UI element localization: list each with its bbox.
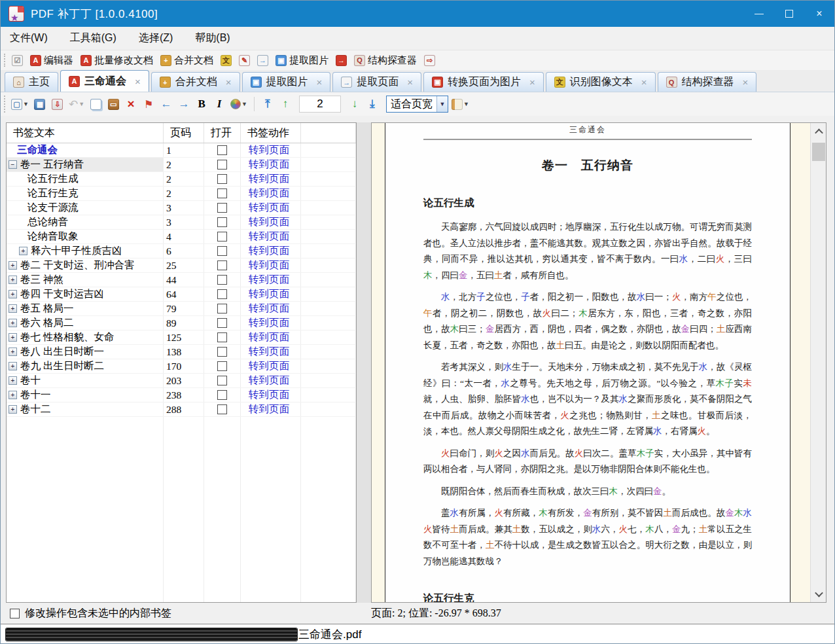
expand-icon[interactable]: + (9, 261, 17, 270)
bookmark-row[interactable]: 三命通会1转到页面 (7, 143, 356, 158)
expand-icon[interactable]: + (9, 348, 17, 356)
goto-page-link[interactable]: 转到页面 (249, 287, 289, 301)
bookmark-row[interactable]: +卷四 干支时运吉凶64转到页面 (7, 287, 356, 302)
toolbar-button-批量修改文档[interactable]: A批量修改文档 (79, 53, 155, 68)
bookmark-row[interactable]: +卷五 格局一79转到页面 (7, 302, 356, 316)
forward-button[interactable]: → (176, 96, 192, 113)
bookmark-row[interactable]: +释六十甲子性质吉凶6转到页面 (7, 244, 356, 259)
bookmark-title[interactable]: 卷四 干支时运吉凶 (20, 287, 104, 301)
expand-icon[interactable]: + (9, 304, 17, 313)
toolbar-button-ocr[interactable]: 文 (219, 54, 234, 67)
bookmark-open-checkbox[interactable] (217, 318, 227, 328)
bookmark-title[interactable]: 总论纳音 (27, 215, 68, 229)
scrollbar-thumb[interactable] (812, 143, 825, 161)
undo-button[interactable]: ↶▼ (67, 96, 86, 113)
maximize-button[interactable] (774, 1, 804, 27)
bookmark-row[interactable]: +卷二 干支时运、刑冲合害25转到页面 (7, 259, 356, 273)
pane-splitter[interactable] (357, 122, 371, 603)
toolbar-button-select-options[interactable]: ☑ (10, 54, 25, 67)
bookmark-row[interactable]: +卷六 格局二89转到页面 (7, 316, 356, 331)
toolbar-button-doc-sign[interactable]: ✎ (237, 54, 252, 67)
page-number-input[interactable] (299, 96, 341, 113)
goto-page-link[interactable]: 转到页面 (249, 273, 289, 287)
bookmark-open-checkbox[interactable] (217, 332, 227, 342)
vertical-scrollbar[interactable] (810, 123, 826, 602)
bookmark-open-checkbox[interactable] (217, 232, 227, 241)
goto-page-link[interactable]: 转到页面 (249, 187, 289, 200)
toolbar-button-编辑器[interactable]: A编辑器 (28, 53, 75, 68)
bookmark-title[interactable]: 卷六 格局二 (20, 316, 73, 330)
bookmark-row[interactable]: 总论纳音3转到页面 (7, 215, 356, 230)
goto-page-link[interactable]: 转到页面 (249, 388, 289, 402)
expand-icon[interactable]: + (9, 405, 17, 414)
expand-icon[interactable]: + (9, 333, 17, 342)
insert-bookmark-button[interactable]: ⚑ (141, 96, 156, 113)
last-page-button[interactable]: ⤓ (364, 96, 380, 113)
bookmark-title[interactable]: 卷三 神煞 (20, 273, 63, 287)
goto-page-link[interactable]: 转到页面 (249, 172, 289, 186)
bookmark-open-checkbox[interactable] (217, 404, 227, 414)
goto-page-link[interactable]: 转到页面 (249, 402, 289, 416)
bookmark-open-checkbox[interactable] (217, 203, 227, 213)
expand-icon[interactable]: + (9, 319, 17, 327)
italic-button[interactable]: I (211, 96, 227, 113)
bookmark-row[interactable]: +卷九 出生日时断二170转到页面 (7, 359, 356, 374)
bookmark-row[interactable]: +卷十一238转到页面 (7, 388, 356, 402)
copy-button[interactable] (88, 96, 103, 113)
tab-close-icon[interactable]: × (407, 77, 413, 88)
bookmark-row[interactable]: +卷八 出生日时断一138转到页面 (7, 345, 356, 359)
bookmark-row[interactable]: 论五行生成2转到页面 (7, 172, 356, 187)
bold-button[interactable]: B (194, 96, 209, 113)
paste-button[interactable]: ▭ (105, 96, 121, 113)
save-button[interactable]: ▦ (32, 96, 48, 113)
tab-提取页面[interactable]: →提取页面× (332, 72, 421, 92)
next-page-button[interactable]: ↓ (347, 96, 363, 113)
goto-page-link[interactable]: 转到页面 (249, 244, 289, 258)
tab-close-icon[interactable]: × (317, 77, 323, 88)
toolbar-button-pdf-render[interactable]: → (334, 54, 349, 67)
bookmark-open-checkbox[interactable] (217, 275, 227, 285)
bookmark-open-checkbox[interactable] (217, 145, 227, 155)
back-button[interactable]: ← (158, 96, 174, 113)
bookmark-title[interactable]: 论纳音取象 (27, 230, 79, 243)
first-page-button[interactable]: ⤒ (260, 96, 275, 113)
bookmark-title[interactable]: 论五行生克 (27, 187, 79, 200)
tab-close-icon[interactable]: × (226, 77, 232, 88)
minimize-button[interactable] (744, 1, 774, 27)
bookmark-title[interactable]: 卷二 干支时运、刑冲合害 (20, 259, 134, 272)
bookmark-title[interactable]: 卷十二 (20, 402, 51, 416)
tab-close-icon[interactable]: × (641, 77, 647, 88)
include-unselected-checkbox[interactable] (10, 609, 20, 618)
toolbar-button-doc-export[interactable]: ⇨ (422, 54, 437, 67)
bookmark-title[interactable]: 卷一 五行纳音 (20, 158, 84, 171)
toolbar-button-合并文档[interactable]: +合并文档 (158, 53, 215, 68)
tab-结构探查器[interactable]: Q结构探查器× (658, 72, 757, 92)
menu-item-1[interactable]: 工具箱(G) (70, 31, 116, 45)
bookmark-open-checkbox[interactable] (217, 188, 227, 198)
bookmark-title[interactable]: 卷九 出生日时断二 (20, 359, 104, 373)
bookmark-open-checkbox[interactable] (217, 174, 227, 184)
expand-icon[interactable]: + (9, 276, 17, 284)
goto-page-link[interactable]: 转到页面 (249, 331, 289, 344)
toolbar-button-结构探查器[interactable]: Q结构探查器 (352, 53, 419, 68)
menu-item-2[interactable]: 选择(Z) (139, 31, 173, 45)
font-color-button[interactable]: ▼ (229, 96, 249, 113)
tab-close-icon[interactable]: × (743, 77, 749, 88)
menu-item-3[interactable]: 帮助(B) (195, 31, 230, 45)
bookmark-title[interactable]: 卷五 格局一 (20, 302, 73, 315)
goto-page-link[interactable]: 转到页面 (249, 374, 289, 387)
goto-page-link[interactable]: 转到页面 (249, 143, 289, 157)
bookmark-row[interactable]: +卷七 性格相貌、女命125转到页面 (7, 331, 356, 345)
bookmark-title[interactable]: 论支干源流 (27, 201, 79, 215)
goto-page-link[interactable]: 转到页面 (249, 259, 289, 272)
reading-mode-button[interactable]: ▼ (450, 96, 471, 113)
bookmark-row[interactable]: −卷一 五行纳音2转到页面 (7, 158, 356, 172)
bookmark-row[interactable]: 论五行生克2转到页面 (7, 187, 356, 201)
bookmark-row[interactable]: +卷十二288转到页面 (7, 402, 356, 417)
bookmark-open-checkbox[interactable] (217, 390, 227, 400)
goto-page-link[interactable]: 转到页面 (249, 359, 289, 373)
toolbar-button-doc-extract[interactable]: → (255, 54, 270, 67)
delete-button[interactable]: × (123, 96, 139, 113)
bookmark-row[interactable]: 论纳音取象4转到页面 (7, 230, 356, 244)
bookmark-open-checkbox[interactable] (217, 361, 227, 371)
